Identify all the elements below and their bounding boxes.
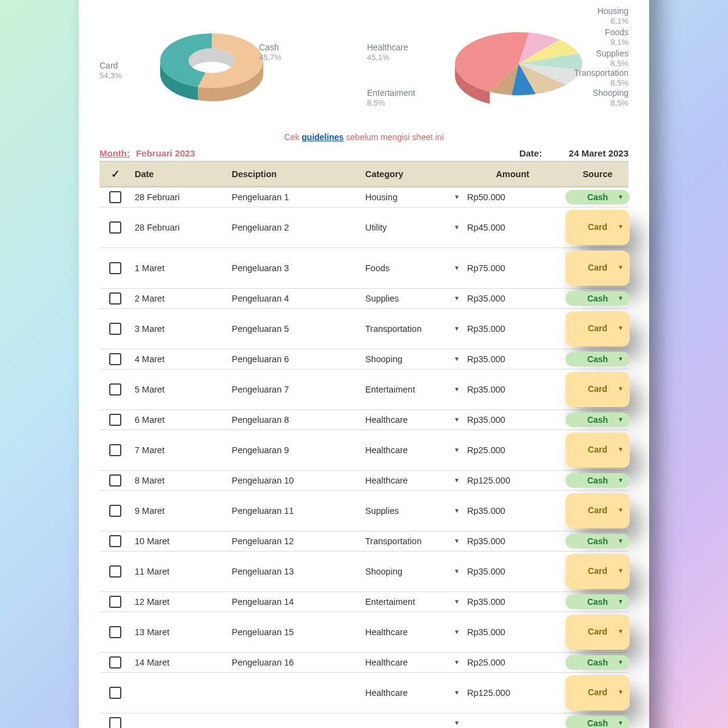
- row-checkbox[interactable]: [109, 414, 121, 426]
- cell-category[interactable]: Supplies▼: [362, 504, 465, 518]
- row-checkbox[interactable]: [109, 444, 121, 456]
- cell-date[interactable]: 3 Maret: [131, 322, 228, 336]
- cell-category[interactable]: Utility▼: [362, 220, 465, 235]
- row-checkbox[interactable]: [109, 687, 121, 699]
- cell-description[interactable]: Pengeluaran 2: [228, 220, 362, 235]
- cell-description[interactable]: Pengeluaran 1: [228, 190, 362, 204]
- cell-date[interactable]: 10 Maret: [131, 534, 228, 548]
- cell-category[interactable]: Transportation▼: [362, 534, 465, 548]
- cell-category[interactable]: Foods▼: [362, 261, 465, 275]
- cell-description[interactable]: Pengeluaran 6: [228, 352, 362, 366]
- cell-amount[interactable]: Rp35.000: [465, 291, 562, 306]
- chevron-down-icon[interactable]: ▼: [454, 629, 460, 635]
- chevron-down-icon[interactable]: ▼: [454, 598, 460, 605]
- row-checkbox[interactable]: [109, 262, 121, 274]
- chevron-down-icon[interactable]: ▼: [454, 224, 460, 231]
- cell-date[interactable]: [131, 690, 228, 695]
- source-pill[interactable]: Card▼: [565, 615, 630, 650]
- cell-date[interactable]: 6 Maret: [131, 413, 228, 427]
- cell-category[interactable]: Entertaiment▼: [362, 595, 465, 609]
- cell-date[interactable]: 8 Maret: [131, 473, 228, 488]
- row-checkbox[interactable]: [109, 626, 121, 638]
- cell-date[interactable]: 28 Februari: [131, 220, 228, 235]
- cell-amount[interactable]: Rp125.000: [465, 686, 562, 700]
- cell-category[interactable]: Housing▼: [362, 190, 465, 204]
- month-value[interactable]: Februari 2023: [136, 148, 195, 158]
- row-checkbox[interactable]: [109, 565, 121, 578]
- row-checkbox[interactable]: [109, 596, 121, 608]
- guidelines-link[interactable]: guidelines: [302, 132, 343, 142]
- cell-description[interactable]: Pengeluaran 15: [228, 625, 362, 639]
- source-pill[interactable]: Cash▼: [565, 655, 630, 670]
- cell-amount[interactable]: Rp45.000: [465, 220, 562, 235]
- cell-category[interactable]: Healthcare▼: [362, 625, 465, 639]
- cell-date[interactable]: 2 Maret: [131, 291, 228, 306]
- cell-description[interactable]: Pengeluaran 7: [228, 382, 362, 397]
- cell-description[interactable]: [228, 721, 362, 726]
- source-pill[interactable]: Card▼: [565, 210, 630, 245]
- cell-amount[interactable]: Rp35.000: [465, 625, 562, 639]
- source-pill[interactable]: Card▼: [565, 311, 630, 346]
- row-checkbox[interactable]: [109, 474, 121, 487]
- row-checkbox[interactable]: [109, 292, 121, 305]
- cell-description[interactable]: Pengeluaran 9: [228, 443, 362, 457]
- chevron-down-icon[interactable]: ▼: [454, 416, 460, 423]
- cell-amount[interactable]: Rp35.000: [465, 534, 562, 548]
- cell-amount[interactable]: Rp50.000: [465, 190, 562, 204]
- chevron-down-icon[interactable]: ▼: [454, 689, 460, 696]
- cell-description[interactable]: [228, 690, 362, 695]
- chevron-down-icon[interactable]: ▼: [454, 386, 460, 393]
- row-checkbox[interactable]: [109, 505, 121, 517]
- row-checkbox[interactable]: [109, 656, 121, 669]
- row-checkbox[interactable]: [109, 383, 121, 396]
- source-pill[interactable]: Cash▼: [565, 716, 630, 729]
- cell-amount[interactable]: Rp25.000: [465, 655, 562, 670]
- cell-date[interactable]: 1 Maret: [131, 261, 228, 275]
- row-checkbox[interactable]: [109, 323, 121, 335]
- cell-amount[interactable]: Rp35.000: [465, 564, 562, 579]
- chevron-down-icon[interactable]: ▼: [454, 447, 460, 453]
- cell-category[interactable]: Transportation▼: [362, 322, 465, 336]
- cell-category[interactable]: Entertaiment▼: [362, 382, 465, 397]
- source-pill[interactable]: Cash▼: [565, 534, 630, 548]
- cell-date[interactable]: 13 Maret: [131, 625, 228, 639]
- cell-amount[interactable]: Rp35.000: [465, 352, 562, 366]
- cell-amount[interactable]: Rp125.000: [465, 473, 562, 488]
- row-checkbox[interactable]: [109, 535, 121, 547]
- source-pill[interactable]: Card▼: [565, 554, 630, 589]
- cell-category[interactable]: Healthcare▼: [362, 473, 465, 488]
- source-pill[interactable]: Card▼: [565, 372, 630, 407]
- cell-date[interactable]: 12 Maret: [131, 595, 228, 609]
- cell-category[interactable]: Shooping▼: [362, 352, 465, 366]
- chevron-down-icon[interactable]: ▼: [454, 356, 460, 362]
- cell-category[interactable]: Healthcare▼: [362, 443, 465, 457]
- chevron-down-icon[interactable]: ▼: [454, 568, 460, 575]
- row-checkbox[interactable]: [109, 353, 121, 365]
- cell-amount[interactable]: Rp75.000: [465, 261, 562, 275]
- cell-date[interactable]: 5 Maret: [131, 382, 228, 397]
- chevron-down-icon[interactable]: ▼: [454, 720, 460, 726]
- chevron-down-icon[interactable]: ▼: [454, 659, 460, 666]
- cell-date[interactable]: 14 Maret: [131, 655, 228, 670]
- cell-amount[interactable]: Rp25.000: [465, 443, 562, 457]
- cell-description[interactable]: Pengeluaran 13: [228, 564, 362, 579]
- cell-amount[interactable]: Rp35.000: [465, 504, 562, 518]
- chevron-down-icon[interactable]: ▼: [454, 194, 460, 200]
- cell-category[interactable]: ▼: [362, 717, 465, 728]
- source-pill[interactable]: Cash▼: [565, 352, 630, 366]
- cell-description[interactable]: Pengeluaran 10: [228, 473, 362, 488]
- cell-date[interactable]: 7 Maret: [131, 443, 228, 457]
- cell-amount[interactable]: Rp35.000: [465, 382, 562, 397]
- source-pill[interactable]: Cash▼: [565, 413, 630, 427]
- cell-date[interactable]: 4 Maret: [131, 352, 228, 366]
- cell-amount[interactable]: Rp35.000: [465, 322, 562, 336]
- cell-amount[interactable]: [465, 721, 562, 726]
- chevron-down-icon[interactable]: ▼: [454, 507, 460, 514]
- cell-category[interactable]: Supplies▼: [362, 291, 465, 306]
- chevron-down-icon[interactable]: ▼: [454, 477, 460, 484]
- chevron-down-icon[interactable]: ▼: [454, 325, 460, 332]
- cell-amount[interactable]: Rp35.000: [465, 413, 562, 427]
- chevron-down-icon[interactable]: ▼: [454, 538, 460, 544]
- source-pill[interactable]: Card▼: [565, 251, 630, 286]
- cell-date[interactable]: 28 Februari: [131, 190, 228, 204]
